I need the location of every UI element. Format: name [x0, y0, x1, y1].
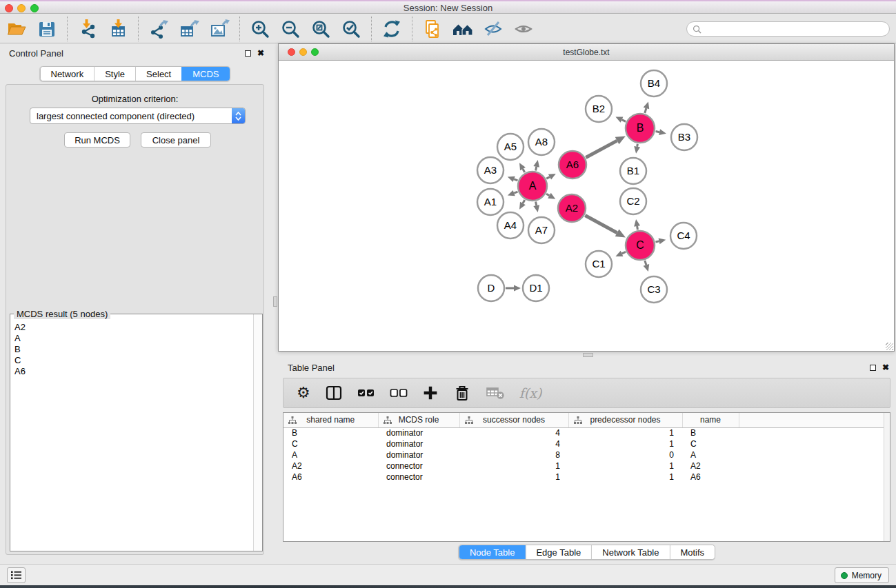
zoom-out-button[interactable]	[278, 17, 303, 41]
search-input[interactable]	[705, 24, 889, 34]
network-canvas[interactable]: AA1A2A3A4A5A6A7A8BB1B2B3B4CC1C2C3C4DD1	[279, 61, 894, 351]
cell-shared-name[interactable]: B	[283, 427, 378, 438]
edge-C-C2[interactable]	[637, 226, 638, 230]
close-table-panel-icon[interactable]: ✖	[882, 363, 889, 372]
zoom-in-button[interactable]	[248, 17, 272, 41]
cell-predecessor-nodes[interactable]: 1	[568, 438, 682, 449]
cell-predecessor-nodes[interactable]: 0	[568, 449, 682, 460]
table-row[interactable]: A6connector11A6	[283, 472, 890, 483]
import-table-button[interactable]	[106, 17, 130, 41]
export-table-button[interactable]	[177, 17, 201, 41]
cell-shared-name[interactable]: C	[283, 438, 378, 449]
table-options-button[interactable]: ⚙	[297, 383, 310, 403]
cell-predecessor-nodes[interactable]: 1	[568, 427, 682, 438]
edge-A-A5[interactable]	[523, 169, 525, 172]
cell-successor-nodes[interactable]: 4	[459, 438, 568, 449]
edge-A6-B[interactable]	[586, 141, 617, 157]
criterion-select[interactable]: largest connected component (directed)	[30, 108, 246, 124]
zoom-fit-button[interactable]	[308, 17, 333, 41]
column-selector-button[interactable]	[325, 383, 343, 403]
tab-edge-table[interactable]: Edge Table	[525, 545, 591, 559]
table-row[interactable]: Bdominator41B	[283, 427, 890, 438]
cell-shared-name[interactable]: A6	[283, 472, 378, 483]
splitter-handle-vertical[interactable]	[273, 296, 277, 307]
cell-successor-nodes[interactable]: 1	[459, 460, 568, 472]
tab-network[interactable]: Network	[40, 67, 94, 81]
cell-successor-nodes[interactable]: 1	[459, 472, 568, 483]
search-field[interactable]	[686, 21, 890, 37]
cell-name[interactable]: A	[682, 449, 739, 460]
edge-A-A7[interactable]	[536, 202, 537, 206]
column-header-shared-name[interactable]: shared name	[283, 413, 378, 427]
memory-button[interactable]: Memory	[835, 567, 889, 583]
list-item[interactable]: A6	[10, 366, 253, 377]
hide-glasses-button[interactable]	[481, 17, 506, 41]
edge-C-C1[interactable]	[622, 252, 626, 253]
edge-A-A2[interactable]	[546, 194, 549, 196]
edge-B-B2[interactable]	[621, 120, 626, 122]
select-all-button[interactable]	[357, 383, 375, 403]
column-header-MCDS-role[interactable]: MCDS role	[378, 413, 459, 427]
edge-A2-C[interactable]	[585, 216, 617, 233]
function-builder-button[interactable]: f(x)	[519, 383, 542, 403]
cell-shared-name[interactable]: A	[283, 449, 378, 460]
tab-mcds[interactable]: MCDS	[181, 67, 229, 81]
cell-name[interactable]: C	[682, 438, 739, 449]
delete-table-button[interactable]	[486, 383, 505, 403]
tab-select[interactable]: Select	[135, 67, 181, 81]
cell-name[interactable]: A6	[682, 472, 739, 483]
float-panel-icon[interactable]	[245, 50, 251, 57]
deselect-all-button[interactable]	[390, 383, 408, 403]
table-scrollbar[interactable]	[884, 413, 890, 541]
edge-A-A6[interactable]	[546, 177, 550, 179]
edge-C-C4[interactable]	[655, 241, 659, 242]
edge-A-A3[interactable]	[514, 179, 517, 181]
close-panel-icon[interactable]: ✖	[257, 48, 264, 58]
cell-predecessor-nodes[interactable]: 1	[568, 472, 682, 483]
edge-B-B1[interactable]	[637, 144, 638, 147]
show-panels-button[interactable]	[7, 567, 26, 583]
table-row[interactable]: Cdominator41C	[283, 438, 890, 449]
result-list-scrollbar[interactable]	[253, 314, 262, 551]
list-item[interactable]: A	[10, 333, 253, 344]
cell-MCDS-role[interactable]: dominator	[378, 449, 459, 460]
import-network-button[interactable]	[75, 17, 100, 41]
close-panel-button[interactable]: Close panel	[141, 132, 211, 148]
edge-A-A4[interactable]	[523, 200, 525, 203]
tab-motifs[interactable]: Motifs	[669, 545, 715, 559]
save-session-button[interactable]	[34, 17, 59, 41]
add-column-button[interactable]	[422, 383, 439, 403]
cell-successor-nodes[interactable]: 8	[459, 449, 568, 460]
show-eye-button[interactable]	[511, 17, 536, 41]
table-row[interactable]: Adominator80A	[283, 449, 890, 460]
float-table-panel-icon[interactable]	[870, 365, 876, 371]
table-row[interactable]: A2connector11A2	[283, 460, 890, 472]
tab-style[interactable]: Style	[94, 67, 135, 81]
edge-C-C3[interactable]	[645, 261, 646, 265]
export-image-button[interactable]	[207, 17, 232, 41]
column-header-predecessor-nodes[interactable]: predecessor nodes	[568, 413, 682, 427]
cell-name[interactable]: B	[682, 427, 739, 438]
tab-network-table[interactable]: Network Table	[591, 545, 669, 559]
open-session-file-button[interactable]	[420, 17, 445, 41]
delete-column-button[interactable]	[453, 383, 471, 403]
cell-predecessor-nodes[interactable]: 1	[568, 460, 682, 472]
edge-B-B4[interactable]	[645, 108, 646, 113]
refresh-network-button[interactable]	[379, 17, 404, 41]
cell-name[interactable]: A2	[682, 460, 739, 472]
list-item[interactable]: C	[10, 355, 253, 366]
home-networks-button[interactable]	[450, 17, 475, 41]
column-header-name[interactable]: name	[682, 413, 739, 427]
edge-A-A8[interactable]	[536, 167, 537, 171]
zoom-selected-button[interactable]	[339, 17, 364, 41]
cell-shared-name[interactable]: A2	[283, 460, 378, 472]
cell-successor-nodes[interactable]: 4	[459, 427, 568, 438]
cell-MCDS-role[interactable]: dominator	[378, 427, 459, 438]
cell-MCDS-role[interactable]: connector	[378, 460, 459, 472]
run-mcds-button[interactable]: Run MCDS	[64, 132, 130, 148]
column-header-successor-nodes[interactable]: successor nodes	[459, 413, 568, 427]
export-network-button[interactable]	[146, 17, 171, 41]
list-item[interactable]: B	[10, 344, 253, 355]
cell-MCDS-role[interactable]: dominator	[378, 438, 459, 449]
list-item[interactable]: A2	[10, 322, 253, 333]
